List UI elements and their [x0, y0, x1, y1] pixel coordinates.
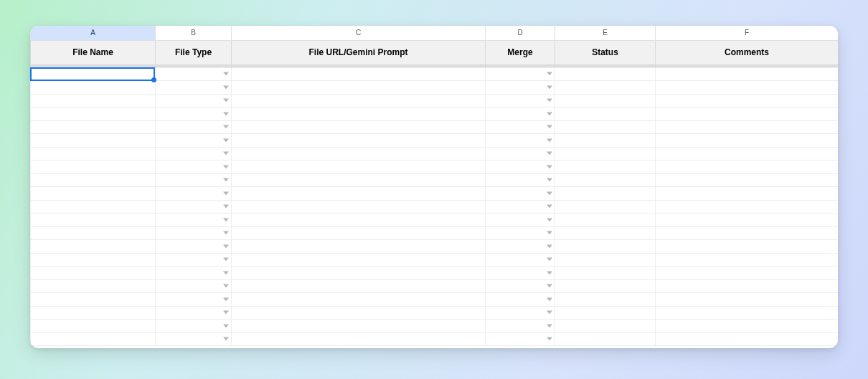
cell-f[interactable]	[656, 173, 839, 187]
dropdown-icon[interactable]	[547, 297, 552, 301]
dropdown-icon[interactable]	[547, 112, 552, 115]
cell-e[interactable]	[555, 214, 656, 227]
cell-b[interactable]	[156, 320, 232, 333]
dropdown-icon[interactable]	[547, 337, 552, 341]
cell-f[interactable]	[656, 240, 839, 254]
cell-e[interactable]	[555, 94, 656, 107]
dropdown-icon[interactable]	[547, 165, 552, 168]
fill-handle[interactable]	[151, 77, 156, 82]
cell-a[interactable]	[31, 187, 156, 201]
cell-a[interactable]	[31, 214, 156, 227]
cell-b[interactable]	[156, 253, 232, 267]
dropdown-icon[interactable]	[547, 311, 552, 315]
cell-d[interactable]	[486, 279, 555, 293]
cell-b[interactable]	[156, 226, 232, 240]
cell-f[interactable]	[656, 214, 839, 227]
col-letter-e[interactable]: E	[555, 26, 656, 40]
cell-b[interactable]	[156, 293, 232, 307]
dropdown-icon[interactable]	[547, 99, 552, 102]
cell-e[interactable]	[555, 279, 656, 293]
cell-a[interactable]	[31, 67, 156, 81]
cell-b[interactable]	[156, 94, 232, 107]
cell-c[interactable]	[232, 173, 486, 187]
cell-f[interactable]	[656, 332, 839, 346]
cell-a[interactable]	[31, 160, 156, 174]
col-letter-b[interactable]: B	[156, 26, 232, 40]
dropdown-icon[interactable]	[547, 271, 552, 274]
cell-b[interactable]	[156, 279, 232, 293]
cell-c[interactable]	[232, 200, 486, 214]
cell-b[interactable]	[156, 134, 232, 148]
col-letter-c[interactable]: C	[232, 26, 486, 40]
dropdown-icon[interactable]	[223, 244, 229, 248]
cell-a[interactable]	[31, 107, 156, 121]
dropdown-icon[interactable]	[223, 284, 229, 288]
dropdown-icon[interactable]	[223, 258, 229, 262]
cell-a[interactable]	[31, 226, 156, 240]
cell-c[interactable]	[232, 306, 486, 320]
dropdown-icon[interactable]	[223, 138, 229, 142]
col-letter-a[interactable]: A	[31, 26, 156, 40]
dropdown-icon[interactable]	[547, 258, 552, 262]
cell-b[interactable]	[156, 81, 232, 95]
cell-a[interactable]	[31, 332, 156, 346]
cell-d[interactable]	[486, 94, 555, 107]
cell-a[interactable]	[31, 320, 156, 333]
cell-f[interactable]	[656, 187, 839, 201]
cell-e[interactable]	[555, 253, 656, 267]
cell-e[interactable]	[555, 173, 656, 187]
cell-c[interactable]	[232, 214, 486, 227]
cell-d[interactable]	[486, 253, 555, 267]
cell-b[interactable]	[156, 267, 232, 280]
cell-f[interactable]	[656, 293, 839, 307]
cell-d[interactable]	[486, 107, 555, 121]
cell-f[interactable]	[656, 94, 839, 107]
dropdown-icon[interactable]	[223, 178, 229, 182]
cell-e[interactable]	[555, 187, 656, 201]
cell-d[interactable]	[486, 200, 555, 214]
cell-b[interactable]	[156, 147, 232, 160]
cell-f[interactable]	[656, 147, 839, 160]
dropdown-icon[interactable]	[547, 85, 552, 89]
cell-a[interactable]	[31, 253, 156, 267]
cell-d[interactable]	[486, 147, 555, 160]
col-letter-f[interactable]: F	[656, 26, 839, 40]
cell-a[interactable]	[31, 240, 156, 254]
cell-c[interactable]	[232, 187, 486, 201]
dropdown-icon[interactable]	[223, 311, 229, 315]
dropdown-icon[interactable]	[547, 72, 552, 76]
cell-e[interactable]	[555, 306, 656, 320]
cell-f[interactable]	[656, 226, 839, 240]
cell-c[interactable]	[232, 147, 486, 160]
cell-a[interactable]	[31, 200, 156, 214]
cell-b[interactable]	[156, 332, 232, 346]
cell-a[interactable]	[31, 267, 156, 280]
cell-c[interactable]	[232, 107, 486, 121]
cell-a[interactable]	[31, 306, 156, 320]
cell-b[interactable]	[156, 67, 232, 81]
cell-c[interactable]	[232, 67, 486, 81]
cell-c[interactable]	[232, 253, 486, 267]
dropdown-icon[interactable]	[547, 244, 552, 248]
cell-f[interactable]	[656, 306, 839, 320]
cell-b[interactable]	[156, 200, 232, 214]
header-file-name[interactable]: File Name	[31, 40, 156, 64]
cell-f[interactable]	[656, 81, 839, 95]
cell-a[interactable]	[31, 293, 156, 307]
cell-d[interactable]	[486, 332, 555, 346]
cell-b[interactable]	[156, 120, 232, 134]
cell-e[interactable]	[555, 226, 656, 240]
cell-c[interactable]	[232, 320, 486, 333]
col-letter-d[interactable]: D	[486, 26, 555, 40]
cell-c[interactable]	[232, 134, 486, 148]
grid[interactable]: A B C D E F File Name File Type File URL…	[30, 26, 838, 346]
cell-e[interactable]	[555, 267, 656, 280]
cell-d[interactable]	[486, 306, 555, 320]
cell-f[interactable]	[656, 279, 839, 293]
cell-c[interactable]	[232, 120, 486, 134]
cell-d[interactable]	[486, 226, 555, 240]
dropdown-icon[interactable]	[547, 218, 552, 221]
cell-c[interactable]	[232, 81, 486, 95]
dropdown-icon[interactable]	[547, 125, 552, 129]
cell-c[interactable]	[232, 293, 486, 307]
